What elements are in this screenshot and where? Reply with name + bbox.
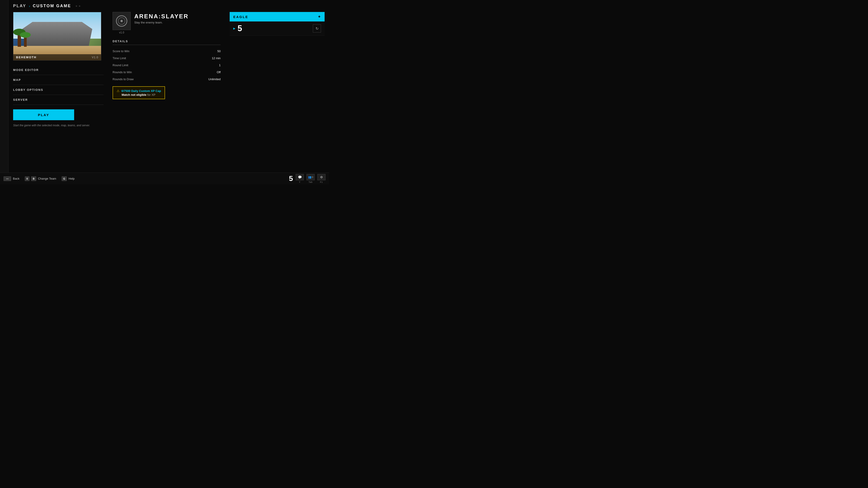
nav-label-server: SERVER [13, 98, 28, 101]
chat-key-label: Y [299, 181, 301, 183]
team-emblem-icon: ✦ [318, 14, 321, 19]
detail-row-round-limit: Round Limit 1 [113, 62, 221, 69]
mode-subtitle: Slay the enemy team. [134, 21, 188, 24]
settings-icon: ⚙ [317, 174, 326, 180]
change-team-label: Change Team [38, 177, 56, 180]
left-sidebar-bar [0, 0, 8, 184]
nav-menu: MODE EDITOR MAP LOBBY OPTIONS SERVER [13, 65, 103, 105]
xp-not-eligible-label: Match not eligible [122, 93, 147, 96]
detail-label-rounds-draw: Rounds to Draw [113, 77, 133, 81]
settings-button[interactable]: ⚙ F1 [317, 174, 326, 183]
bottom-score: 5 [289, 174, 293, 183]
breadcrumb-play: PLAY [13, 4, 26, 8]
header-dot-2 [79, 5, 80, 7]
right-panel: EAGLE ✦ ▶ 5 ↻ [230, 12, 324, 127]
team-slot-left: ▶ 5 [233, 24, 242, 33]
mode-icon-container: v1.0 [113, 12, 131, 34]
refresh-button[interactable]: ↻ [313, 24, 321, 33]
nav-item-mode-editor[interactable]: MODE EDITOR [13, 65, 103, 75]
play-button[interactable]: PLAY [13, 109, 74, 120]
breadcrumb-separator: › [29, 4, 30, 8]
breadcrumb-title: CUSTOM GAME [33, 4, 71, 8]
detail-value-rounds-win: Off [217, 70, 221, 74]
map-palm2 [24, 35, 27, 47]
team-header: EAGLE ✦ [230, 12, 324, 22]
detail-row-score: Score to Win 50 [113, 48, 221, 55]
help-key: G [62, 176, 67, 181]
detail-label-round-limit: Round Limit [113, 64, 128, 67]
team-slot: ▶ 5 ↻ [230, 22, 324, 36]
xp-warning-line2: Match not eligible for XP [117, 93, 161, 96]
xp-warning-line1: ⚠ 0/7500 Daily Custom XP Cap [117, 89, 161, 93]
warning-icon: ⚠ [117, 89, 120, 93]
bottom-actions: — Back 0 B Change Team G Help [4, 176, 74, 181]
detail-label-time: Time Limit [113, 57, 126, 60]
help-label: Help [68, 177, 74, 180]
nav-label-mode-editor: MODE EDITOR [13, 68, 39, 72]
nav-item-server[interactable]: SERVER [13, 95, 103, 105]
settings-key-label: F1 [320, 181, 323, 183]
bottom-right-area: 5 💬 Y 👥 0 Tab ⚙ F1 [289, 174, 326, 183]
nav-item-lobby-options[interactable]: LOBBY OPTIONS [13, 85, 103, 95]
left-panel: BEHEMOTH V1.0 MODE EDITOR MAP LOBBY OPTI… [13, 12, 103, 127]
map-label-overlay: BEHEMOTH V1.0 [13, 54, 101, 60]
chat-icon: 💬 [296, 174, 304, 180]
detail-value-score: 50 [217, 50, 221, 53]
mode-icon [113, 12, 131, 30]
mode-version-label: v1.0 [113, 31, 131, 34]
map-name-label: BEHEMOTH [16, 56, 36, 59]
nav-label-map: MAP [13, 78, 21, 82]
help-action[interactable]: G Help [62, 176, 74, 181]
back-key-badge: — [4, 176, 11, 181]
team-slot-number: 5 [238, 24, 242, 33]
header-decorators [76, 5, 80, 7]
xp-cap-daily-label: Daily Custom XP Cap [131, 89, 161, 93]
detail-row-rounds-win: Rounds to Win Off [113, 69, 221, 76]
map-version-label: V1.0 [92, 56, 98, 59]
details-header-label: DETAILS [113, 39, 221, 45]
players-key-label: Tab [309, 181, 313, 183]
detail-value-rounds-draw: Unlimited [209, 77, 221, 81]
content-layout: BEHEMOTH V1.0 MODE EDITOR MAP LOBBY OPTI… [8, 12, 329, 127]
players-icon: 👥 0 [307, 174, 315, 180]
change-team-action[interactable]: 0 B Change Team [25, 176, 56, 181]
players-button[interactable]: 👥 0 Tab [307, 174, 315, 183]
middle-panel: v1.0 ARENA:SLAYER Slay the enemy team. D… [113, 12, 221, 127]
map-image [13, 12, 101, 60]
back-label: Back [13, 177, 20, 180]
nav-item-map[interactable]: MAP [13, 75, 103, 85]
detail-row-time: Time Limit 12 min [113, 55, 221, 62]
main-content: PLAY › CUSTOM GAME BEHEMOTH V1 [8, 0, 329, 184]
slot-arrow-icon: ▶ [233, 27, 235, 30]
nav-label-lobby-options: LOBBY OPTIONS [13, 88, 43, 92]
refresh-icon: ↻ [315, 26, 318, 31]
change-team-key2: B [31, 176, 36, 181]
header-dot-1 [76, 5, 77, 7]
xp-warning-box: ⚠ 0/7500 Daily Custom XP Cap Match not e… [113, 86, 165, 99]
map-thumbnail[interactable]: BEHEMOTH V1.0 [13, 12, 101, 61]
change-team-key1: 0 [25, 176, 29, 181]
detail-label-score: Score to Win [113, 50, 129, 53]
detail-value-round-limit: 1 [219, 64, 221, 67]
bottom-bar: — Back 0 B Change Team G Help 5 💬 Y 👥 0 [0, 173, 329, 184]
chat-button[interactable]: 💬 Y [296, 174, 304, 183]
xp-suffix: for XP [147, 93, 155, 96]
play-hint-text: Start the game with the selected mode, m… [13, 124, 99, 127]
mode-title: ARENA:SLAYER [134, 13, 188, 20]
detail-row-rounds-draw: Rounds to Draw Unlimited [113, 76, 221, 83]
mode-info: ARENA:SLAYER Slay the enemy team. [134, 12, 188, 24]
map-structure [22, 22, 92, 46]
mode-header: v1.0 ARENA:SLAYER Slay the enemy team. [113, 12, 221, 34]
detail-label-rounds-win: Rounds to Win [113, 70, 132, 74]
back-action: — Back [4, 176, 20, 181]
team-name-label: EAGLE [233, 15, 248, 19]
xp-cap-amount: 0/7500 [121, 89, 130, 93]
details-section: DETAILS Score to Win 50 Time Limit 12 mi… [113, 39, 221, 99]
breadcrumb-header: PLAY › CUSTOM GAME [8, 0, 329, 12]
detail-value-time: 12 min [212, 57, 221, 60]
